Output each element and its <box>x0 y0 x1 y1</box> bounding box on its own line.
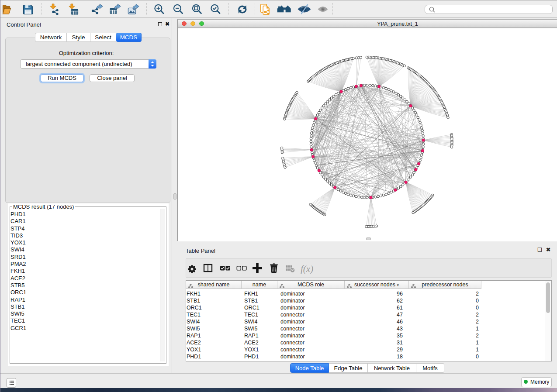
svg-text:f(x): f(x) <box>301 264 313 274</box>
